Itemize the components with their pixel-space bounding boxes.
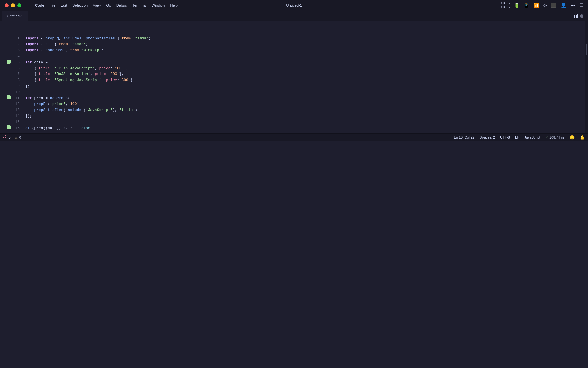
token-plain: :: [111, 66, 115, 70]
maximize-button[interactable]: [17, 3, 21, 7]
token-plain: [72, 126, 79, 130]
breakpoint-col-5: [5, 60, 13, 64]
tab-untitled[interactable]: Untitled-1: [2, 11, 28, 21]
timing: ✓ 208.74ms: [546, 135, 564, 139]
breakpoint-marker-11: [7, 95, 11, 99]
error-count[interactable]: ✕ 0: [3, 135, 11, 139]
tab-list: Untitled-1: [2, 11, 28, 21]
titlebar-left: Code File Edit Selection View Go Debug T…: [5, 3, 178, 7]
token-plain: (: [48, 102, 50, 106]
menu-view[interactable]: View: [93, 3, 101, 7]
line-number-3: 3: [13, 47, 25, 53]
token-string: 'ramda': [70, 42, 86, 46]
cast-icon: ⬛: [551, 3, 557, 8]
line-content-13: propSatisfies(includes('JavaScript'), 't…: [25, 107, 585, 113]
user-icon: 👤: [561, 3, 566, 8]
menu-terminal[interactable]: Terminal: [132, 3, 146, 7]
cursor-position[interactable]: Ln 16, Col 22: [454, 135, 474, 139]
line-content-2: import { all } from 'ramda';: [25, 41, 585, 47]
token-identifier: data: [48, 126, 57, 130]
line-content-11: let pred = nonePass([: [25, 95, 585, 101]
menu-help[interactable]: Help: [170, 3, 178, 7]
code-line-9: 9];: [5, 83, 585, 89]
line-number-10: 10: [13, 89, 25, 95]
token-string: 'wink-fp': [81, 48, 101, 52]
tab-bar: Untitled-1: [0, 11, 588, 21]
token-plain: :: [106, 72, 111, 76]
bell-icon[interactable]: 🔔: [580, 135, 585, 140]
smiley-icon[interactable]: 🙂: [570, 135, 575, 140]
menu-selection[interactable]: Selection: [72, 3, 88, 7]
menu-go[interactable]: Go: [106, 3, 111, 7]
token-number: 400: [70, 102, 77, 106]
token-fn-name: includes: [63, 36, 81, 41]
status-bar: ✕ 0 △ 0 Ln 16, Col 22 Spaces: 2 UTF-8 LF…: [0, 133, 588, 141]
token-plain: =: [43, 96, 50, 100]
menu-window[interactable]: Window: [152, 3, 165, 7]
token-plain: ];: [25, 84, 30, 88]
scrollbar-thumb[interactable]: [586, 44, 587, 55]
line-number-11: 11: [13, 95, 25, 101]
line-content-8: { title: 'Speaking JavaScript', price: 3…: [25, 77, 585, 83]
token-plain: ,: [95, 66, 99, 70]
line-number-7: 7: [13, 71, 25, 77]
token-kw-let: let: [25, 96, 32, 100]
code-line-13: 13 propSatisfies(includes('JavaScript'),…: [5, 107, 585, 113]
code-editor[interactable]: 1import { propEq, includes, propSatisfie…: [0, 21, 585, 133]
warning-count[interactable]: △ 0: [14, 135, 21, 139]
token-plain: )(: [43, 126, 48, 130]
token-result: false: [79, 126, 90, 130]
language-mode[interactable]: JavaScript: [524, 135, 540, 139]
tab-actions: [573, 14, 586, 18]
token-plain: ),: [113, 108, 119, 112]
token-plain: {: [39, 36, 45, 41]
close-button[interactable]: [5, 3, 9, 7]
indentation[interactable]: Spaces: 2: [480, 135, 495, 139]
token-plain: [79, 48, 81, 52]
menu-code[interactable]: Code: [35, 3, 45, 7]
token-identifier: pred: [34, 96, 43, 100]
token-plain: },: [122, 66, 128, 70]
traffic-lights: [5, 3, 21, 7]
token-plain: :: [50, 78, 55, 82]
warning-icon: △: [14, 135, 18, 139]
token-kw-import: import: [25, 48, 39, 52]
line-content-1: import { propEq, includes, propSatisfies…: [25, 36, 585, 42]
token-plain: ]);: [25, 114, 32, 118]
code-line-12: 12 propEq('price', 400),: [5, 101, 585, 107]
line-ending[interactable]: LF: [515, 135, 519, 139]
menu-file[interactable]: File: [50, 3, 56, 7]
phone-icon: 📱: [524, 3, 529, 8]
code-line-10: 10: [5, 89, 585, 95]
code-line-7: 7 { title: 'RxJS in Action', price: 200 …: [5, 71, 585, 77]
menu-bar: Code File Edit Selection View Go Debug T…: [35, 3, 178, 7]
token-fn-name: propEq: [34, 102, 48, 106]
status-right: Ln 16, Col 22 Spaces: 2 UTF-8 LF JavaScr…: [454, 135, 585, 140]
more-icon: •••: [570, 3, 575, 8]
window-title: Untitled-1: [286, 3, 302, 7]
token-plain: }: [128, 78, 133, 82]
status-left: ✕ 0 △ 0: [3, 135, 21, 139]
code-line-6: 6 { title: 'FP in JavaScript', price: 10…: [5, 66, 585, 72]
line-number-6: 6: [13, 66, 25, 72]
minimize-button[interactable]: [11, 3, 15, 7]
line-content-3: import { nonePass } from 'wink-fp';: [25, 47, 585, 53]
line-number-12: 12: [13, 101, 25, 107]
scrollbar[interactable]: [585, 21, 588, 133]
token-plain: ,: [81, 36, 86, 41]
wifi-icon: 📶: [533, 3, 539, 8]
menu-debug[interactable]: Debug: [116, 3, 127, 7]
token-string: 'ramda': [133, 36, 149, 41]
menu-edit[interactable]: Edit: [61, 3, 67, 7]
split-editor-icon[interactable]: [573, 14, 578, 18]
token-fn-name: includes: [65, 108, 83, 112]
line-content-5: let data = [: [25, 60, 585, 66]
token-kw-from: from: [122, 36, 131, 41]
breakpoint-col-11: [5, 95, 13, 99]
token-fn-name: nonePass: [50, 96, 68, 100]
token-string: 'title': [119, 108, 135, 112]
breakpoint-marker-16: [7, 125, 11, 129]
encoding[interactable]: UTF-8: [500, 135, 510, 139]
token-identifier: pred: [34, 126, 43, 130]
token-plain: [68, 42, 70, 46]
